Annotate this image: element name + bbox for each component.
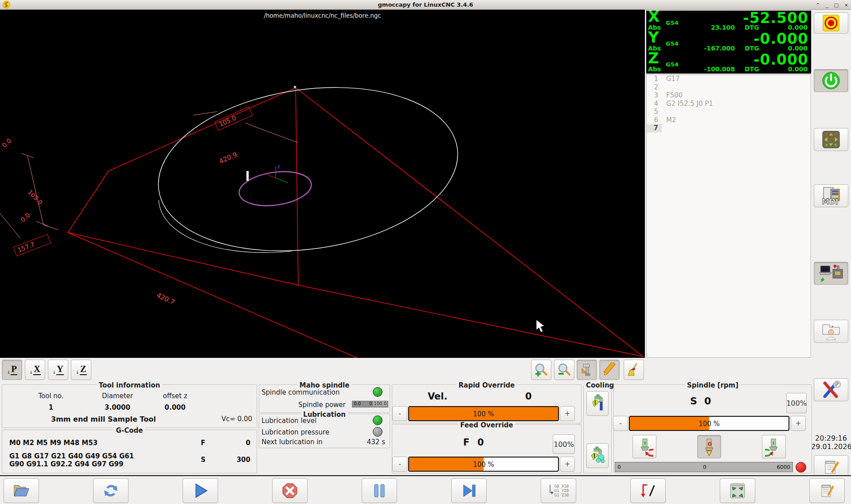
pause-program-button[interactable]: [362, 478, 397, 503]
reload-file-button[interactable]: [93, 478, 129, 503]
feed-minus-button[interactable]: -: [392, 457, 407, 472]
fullscreen-button[interactable]: [720, 478, 755, 503]
tool-description: 3mm end mill Sample Tool: [51, 415, 156, 423]
dro-axis-y[interactable]: Y G54 -0.000 Abs -167.000 DTG 0.000: [646, 31, 811, 52]
spindle-ccw-button[interactable]: [632, 435, 656, 458]
feed-f-value: 0: [477, 437, 484, 448]
diameter-value: 3.0000: [91, 403, 144, 411]
gcode-line[interactable]: 2: [647, 83, 811, 92]
rapid-override-slider[interactable]: 100 %: [408, 406, 559, 421]
gcode-line[interactable]: 3F500: [647, 91, 811, 100]
gcode-line[interactable]: 5: [647, 108, 811, 116]
view-z-button[interactable]: ↓ Z: [71, 360, 91, 380]
mist-icon: [589, 446, 606, 465]
flood-icon: [589, 394, 606, 413]
machine-on-button[interactable]: [814, 69, 848, 92]
edit-file-button[interactable]: [809, 478, 845, 503]
gcode-line[interactable]: 1G17: [647, 75, 811, 83]
spindle-title: Spindle [rpm]: [685, 381, 741, 389]
view-p-button[interactable]: ↓ P: [2, 360, 22, 380]
minimize-button[interactable]: _: [826, 2, 828, 8]
auto-mode-icon: [818, 263, 844, 283]
spindle-reset-button[interactable]: 100%: [786, 393, 807, 413]
mist-coolant-button[interactable]: [586, 443, 609, 468]
rpm-bar-min: 0: [617, 464, 621, 470]
clock-time: 20:29:16: [811, 434, 851, 442]
maho-spindle-frame: Maho spindle Spindle communication Spind…: [259, 384, 390, 413]
draw-program-button[interactable]: [599, 360, 620, 380]
dim-bottom-edge: 420.7: [155, 291, 176, 306]
rpm-bar-mid: 0: [703, 464, 707, 470]
estop-button[interactable]: [814, 12, 848, 34]
maximize-button[interactable]: □: [834, 2, 838, 8]
spindle-stop-button[interactable]: 0: [697, 435, 721, 458]
dro-y-letter: Y: [648, 30, 659, 45]
stop-program-button[interactable]: [272, 478, 308, 503]
open-file-button[interactable]: [4, 478, 39, 503]
broom-icon: [626, 362, 641, 377]
gcode-line[interactable]: 6M2: [647, 116, 811, 124]
spindle-at-speed-led: [796, 462, 806, 473]
pause-icon: [371, 482, 388, 499]
feed-override-slider[interactable]: 100 %: [408, 457, 559, 472]
dim-zero-mid: 0.0: [19, 211, 31, 223]
jog-pad-icon: [821, 129, 841, 150]
cooling-frame: Cooling: [583, 384, 612, 473]
dro-axis-z[interactable]: Z G54 -0.000 Abs -100.008 DTG 0.000: [646, 52, 811, 73]
auto-mode-button[interactable]: [814, 262, 848, 285]
feed-override-frame: Feed Override F 0 100% - 100 % +: [392, 424, 582, 473]
zoom-out-button[interactable]: [554, 360, 574, 380]
spindle-minus-button[interactable]: -: [613, 416, 628, 431]
view-y-button[interactable]: ↓ Y: [48, 360, 68, 380]
step-program-button[interactable]: [451, 478, 487, 503]
svg-text:0: 0: [708, 441, 712, 447]
rapid-minus-button[interactable]: -: [392, 406, 407, 421]
gcode-listing[interactable]: 1G17 2 3F500 4G2 I52.5 J0 P1 5 6M2 7: [646, 74, 811, 358]
notepad-icon: [822, 457, 840, 476]
view-y-label: Y: [56, 364, 64, 375]
close-button[interactable]: ×: [844, 2, 848, 8]
mdi-mode-button[interactable]: MDI: [814, 184, 848, 207]
view-arrow-icon: ↓: [52, 370, 56, 375]
folder-open-icon: [12, 483, 31, 499]
feed-plus-button[interactable]: +: [560, 457, 575, 472]
run-from-line-icon: G0 X10 G1 Y20 G1 Z30: [548, 484, 569, 498]
spindle-frame: Spindle [rpm] S 0 100% - 100 % + 0: [613, 384, 812, 473]
startpoint-marker: [294, 86, 296, 88]
clear-plot-button[interactable]: [624, 360, 644, 380]
run-from-line-button[interactable]: G0 X10 G1 Y20 G1 Z30: [541, 478, 576, 503]
mouse-cursor: [536, 320, 544, 332]
feed-percent: 100 %: [409, 461, 558, 469]
skip-blocks-button[interactable]: [630, 478, 666, 503]
feed-reset-button[interactable]: 100%: [553, 434, 575, 454]
gcode-line-current[interactable]: 7: [647, 124, 811, 132]
show-dimensions-button[interactable]: [577, 360, 597, 380]
shade-button[interactable]: ^: [816, 2, 820, 8]
spindle-stop-icon: 0: [700, 437, 718, 457]
dro-x-abs-value: 23.100: [686, 24, 735, 31]
view-x-button[interactable]: ↓ X: [25, 360, 45, 380]
machine-limits-box: [68, 88, 643, 358]
lubrication-level-led: [373, 415, 383, 425]
gcode-line[interactable]: 4G2 I52.5 J0 P1: [647, 100, 811, 108]
cooling-title: Cooling: [584, 381, 616, 389]
spindle-plus-button[interactable]: +: [791, 416, 806, 431]
next-lubrication-value: 432 s: [367, 438, 385, 446]
settings-button[interactable]: [814, 378, 848, 401]
caliper-icon: [579, 362, 594, 377]
spindle-override-slider[interactable]: 100 %: [629, 416, 789, 431]
dro-axis-x[interactable]: X G54 -52.500 Abs 23.100 DTG 0.000: [646, 11, 811, 31]
gremlin-preview[interactable]: 0.0 105.0 0.0 157.7 420.9 105.0 420.7: [0, 10, 645, 358]
user-tabs-button[interactable]: [814, 320, 848, 343]
view-arrow-icon: ↓: [75, 370, 79, 375]
manual-mode-button[interactable]: [814, 128, 848, 151]
flood-coolant-button[interactable]: [586, 391, 609, 416]
run-program-button[interactable]: [183, 478, 218, 503]
dro-panel[interactable]: X G54 -52.500 Abs 23.100 DTG 0.000 Y G54…: [646, 11, 811, 74]
rpm-bar-max: 6000: [777, 464, 790, 470]
rapid-plus-button[interactable]: +: [560, 406, 575, 421]
zoom-in-button[interactable]: [531, 360, 551, 380]
spindle-cw-button[interactable]: [762, 435, 786, 458]
emergency-stop-icon: [822, 14, 840, 32]
gmoccapy-window: gmoccapy for LinuxCNC 3.4.6 ^ _ □ ×: [0, 0, 851, 504]
